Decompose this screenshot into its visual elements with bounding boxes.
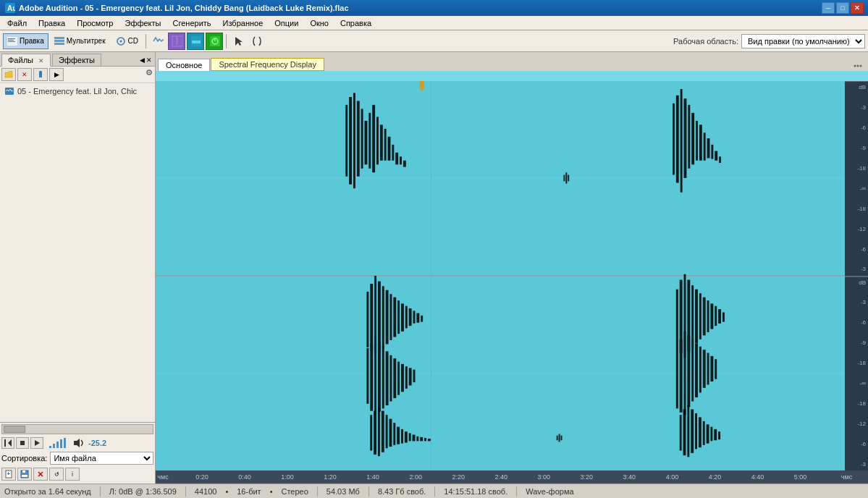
cd-icon bbox=[116, 37, 126, 46]
svg-rect-90 bbox=[393, 297, 396, 337]
svg-marker-20 bbox=[235, 37, 243, 46]
waveform-area: dB -3 -6 -9 -18 -∞ -18 -12 -6 -3 dB -3 -… bbox=[156, 81, 868, 470]
svg-rect-67 bbox=[563, 175, 565, 182]
tool-btn-3[interactable] bbox=[187, 33, 204, 50]
panel-menu-btn[interactable]: ◀ bbox=[140, 56, 145, 64]
panel-close-file-btn[interactable]: ✕ bbox=[17, 68, 32, 81]
playhead[interactable] bbox=[431, 81, 431, 470]
svg-rect-8 bbox=[54, 43, 64, 45]
multitrack-mode-button[interactable]: Мультитрек bbox=[50, 33, 110, 49]
cd-mode-button[interactable]: CD bbox=[111, 33, 143, 49]
info2-btn[interactable]: i bbox=[65, 468, 80, 481]
volume-bars-icon bbox=[48, 437, 69, 449]
tool-btn-1[interactable] bbox=[149, 33, 167, 50]
close-button[interactable]: ✕ bbox=[851, 2, 864, 14]
prev-btn[interactable] bbox=[1, 437, 14, 449]
file-item[interactable]: 05 - Emergency feat. Lil Jon, Chic bbox=[1, 85, 153, 98]
files-tab[interactable]: Файлы ✕ bbox=[1, 54, 51, 67]
ruler-label-020: 0:20 bbox=[195, 473, 208, 481]
menu-file[interactable]: Файл bbox=[1, 17, 33, 29]
effects-tab-label: Эффекты bbox=[59, 56, 95, 64]
status-free-time: 14:15:51.18 своб. bbox=[444, 487, 507, 496]
scrollbar-thumb[interactable] bbox=[4, 426, 25, 433]
menu-window[interactable]: Окно bbox=[304, 17, 334, 29]
menu-edit[interactable]: Правка bbox=[33, 17, 71, 29]
tool-btn-2[interactable] bbox=[168, 33, 185, 50]
menu-effects[interactable]: Эффекты bbox=[119, 17, 167, 29]
horizontal-scrollbar[interactable] bbox=[1, 424, 153, 434]
svg-rect-6 bbox=[54, 37, 64, 39]
close-file-btn[interactable] bbox=[33, 468, 48, 481]
panel-autoplay-btn[interactable]: ▶ bbox=[49, 68, 64, 81]
panel-options-icon bbox=[853, 61, 863, 71]
stop-btn[interactable] bbox=[16, 437, 29, 449]
svg-rect-21 bbox=[39, 72, 42, 77]
waveform-scroll-thumb[interactable] bbox=[156, 71, 868, 81]
svg-rect-74 bbox=[688, 105, 690, 169]
folder-icon bbox=[4, 70, 13, 79]
svg-rect-121 bbox=[715, 306, 717, 326]
svg-rect-135 bbox=[370, 415, 372, 450]
menu-help[interactable]: Справка bbox=[334, 17, 377, 29]
main-waveform-tab[interactable]: Основное bbox=[158, 59, 210, 72]
spectral-display-tab[interactable]: Spectral Frequency Display bbox=[211, 58, 324, 71]
svg-rect-95 bbox=[413, 311, 416, 324]
db-label-12-2: -12 bbox=[847, 421, 866, 427]
effects-tab[interactable]: Эффекты bbox=[52, 54, 101, 66]
left-panel-bottom: -25.2 Сортировка: Имя файла Дата Размер bbox=[0, 422, 155, 484]
ruler-label-040: 0:40 bbox=[238, 473, 251, 481]
svg-rect-120 bbox=[710, 303, 713, 329]
svg-marker-29 bbox=[35, 440, 40, 446]
waveform-overview-bar[interactable] bbox=[156, 71, 868, 81]
waveform-canvas[interactable] bbox=[156, 81, 845, 470]
workspace-dropdown[interactable]: Вид правки (по умолчанию) bbox=[741, 34, 865, 48]
volume-display[interactable]: -25.2 bbox=[88, 439, 106, 447]
panel-right-btn[interactable] bbox=[145, 68, 153, 81]
files-tab-close[interactable]: ✕ bbox=[38, 57, 44, 64]
svg-rect-88 bbox=[386, 290, 389, 345]
ruler-label-220: 2:20 bbox=[452, 473, 465, 481]
save-btn[interactable] bbox=[17, 468, 32, 481]
svg-rect-40 bbox=[22, 470, 25, 473]
maximize-button[interactable]: □ bbox=[836, 2, 849, 14]
svg-rect-147 bbox=[416, 436, 418, 442]
minimize-button[interactable]: ─ bbox=[822, 2, 835, 14]
menu-favorites[interactable]: Избранное bbox=[217, 17, 269, 29]
svg-rect-33 bbox=[60, 439, 62, 448]
multitrack-icon bbox=[54, 37, 64, 46]
db-label-18-4: -18 bbox=[847, 401, 866, 407]
file-wave-icon bbox=[4, 86, 14, 96]
svg-rect-70 bbox=[673, 104, 675, 175]
svg-text:Au: Au bbox=[7, 4, 15, 12]
svg-rect-111 bbox=[676, 290, 678, 349]
panel-close-btn[interactable]: ✕ bbox=[146, 56, 152, 64]
svg-rect-72 bbox=[681, 89, 683, 193]
db-label-db1: dB bbox=[847, 85, 866, 90]
db-label-18-2: -18 bbox=[847, 206, 866, 212]
svg-rect-115 bbox=[691, 285, 694, 347]
svg-rect-104 bbox=[389, 355, 392, 402]
play-btn[interactable] bbox=[30, 437, 43, 449]
panel-open-btn[interactable] bbox=[1, 68, 16, 81]
menu-view[interactable]: Просмотр bbox=[71, 17, 119, 29]
sort-dropdown[interactable]: Имя файла Дата Размер bbox=[50, 452, 153, 465]
info-icon bbox=[36, 70, 45, 79]
new-file-btn[interactable] bbox=[1, 468, 16, 481]
tool-btn-4[interactable] bbox=[206, 33, 223, 50]
waveform-visualization bbox=[156, 81, 845, 470]
menu-options[interactable]: Опции bbox=[269, 17, 304, 29]
pravka-mode-button[interactable]: Правка bbox=[3, 33, 49, 49]
play-icon bbox=[33, 439, 41, 447]
waveform-panel-options[interactable] bbox=[850, 61, 866, 71]
loop-btn[interactable]: ↺ bbox=[49, 468, 64, 481]
title-bar: Au Adobe Audition - 05 - Emergency feat.… bbox=[0, 0, 868, 16]
panel-info-btn[interactable] bbox=[33, 68, 48, 81]
waveform-tool-icon bbox=[152, 35, 164, 48]
time-tool[interactable] bbox=[229, 33, 247, 50]
svg-rect-164 bbox=[718, 431, 720, 439]
selection-tool[interactable] bbox=[248, 33, 266, 50]
db-scale: dB -3 -6 -9 -18 -∞ -18 -12 -6 -3 dB -3 -… bbox=[845, 81, 868, 470]
selection-icon bbox=[251, 35, 263, 47]
menu-generate[interactable]: Сгенерить bbox=[167, 17, 216, 29]
menu-bar: Файл Правка Просмотр Эффекты Сгенерить И… bbox=[0, 16, 868, 30]
